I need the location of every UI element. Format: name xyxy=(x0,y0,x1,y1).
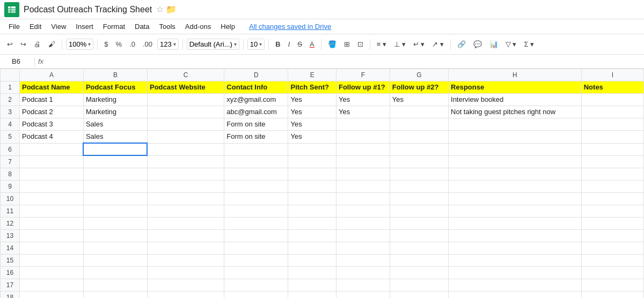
cell-D16[interactable] xyxy=(224,266,288,279)
cell-I13[interactable] xyxy=(581,229,643,242)
cell-H10[interactable] xyxy=(449,192,582,205)
cell-H8[interactable] xyxy=(449,168,582,180)
cell-I18[interactable] xyxy=(581,291,643,298)
cell-D7[interactable] xyxy=(224,155,288,168)
cell-H7[interactable] xyxy=(449,155,582,168)
merge-button[interactable]: ⊡ xyxy=(355,39,366,50)
col-header-B[interactable]: B xyxy=(83,69,147,81)
cell-G14[interactable] xyxy=(390,242,448,254)
cell-B1[interactable]: Podcast Focus xyxy=(83,81,147,94)
cell-D1[interactable]: Contact Info xyxy=(224,81,288,94)
cell-F5[interactable] xyxy=(336,131,390,144)
cell-A18[interactable] xyxy=(20,291,84,298)
borders-button[interactable]: ⊞ xyxy=(341,39,353,50)
cell-A3[interactable]: Podcast 2 xyxy=(20,106,84,118)
cell-I15[interactable] xyxy=(581,254,643,266)
cell-F8[interactable] xyxy=(336,168,390,180)
cell-I8[interactable] xyxy=(581,168,643,180)
cell-C3[interactable] xyxy=(147,106,224,118)
valign-button[interactable]: ⊥ ▾ xyxy=(391,39,408,50)
cell-G10[interactable] xyxy=(390,192,448,205)
cell-D18[interactable] xyxy=(224,291,288,298)
cell-D8[interactable] xyxy=(224,168,288,180)
cell-G2[interactable]: Yes xyxy=(390,94,448,106)
redo-button[interactable]: ↪ xyxy=(18,39,29,50)
font-size-select[interactable]: 10 ▾ xyxy=(247,39,265,50)
cell-C6[interactable] xyxy=(147,143,224,155)
cell-F10[interactable] xyxy=(336,192,390,205)
cell-E8[interactable] xyxy=(288,168,336,180)
underline-button[interactable]: A xyxy=(307,39,317,50)
currency-button[interactable]: $ xyxy=(101,39,111,50)
cell-D6[interactable] xyxy=(224,143,288,155)
cell-C17[interactable] xyxy=(147,279,224,291)
cell-B15[interactable] xyxy=(83,254,147,266)
print-button[interactable]: 🖨 xyxy=(31,39,43,50)
halign-button[interactable]: ≡ ▾ xyxy=(374,39,389,50)
cell-I10[interactable] xyxy=(581,192,643,205)
cell-E3[interactable]: Yes xyxy=(288,106,336,118)
cell-A4[interactable]: Podcast 3 xyxy=(20,118,84,131)
cell-B8[interactable] xyxy=(83,168,147,180)
cell-A16[interactable] xyxy=(20,266,84,279)
cell-H15[interactable] xyxy=(449,254,582,266)
cell-D2[interactable]: xyz@gmail.com xyxy=(224,94,288,106)
cell-I5[interactable] xyxy=(581,131,643,144)
col-header-C[interactable]: C xyxy=(147,69,224,81)
cell-C8[interactable] xyxy=(147,168,224,180)
menu-edit[interactable]: Edit xyxy=(25,21,46,32)
cell-F3[interactable]: Yes xyxy=(336,106,390,118)
cell-E4[interactable]: Yes xyxy=(288,118,336,131)
cell-C2[interactable] xyxy=(147,94,224,106)
cell-H12[interactable] xyxy=(449,217,582,229)
cell-I16[interactable] xyxy=(581,266,643,279)
cell-D4[interactable]: Form on site xyxy=(224,118,288,131)
strikethrough-button[interactable]: S xyxy=(295,39,305,50)
cell-C12[interactable] xyxy=(147,217,224,229)
cell-B16[interactable] xyxy=(83,266,147,279)
col-header-G[interactable]: G xyxy=(390,69,448,81)
cell-A10[interactable] xyxy=(20,192,84,205)
cell-G3[interactable] xyxy=(390,106,448,118)
menu-insert[interactable]: Insert xyxy=(71,21,98,32)
cell-B17[interactable] xyxy=(83,279,147,291)
fill-color-button[interactable]: 🪣 xyxy=(325,39,339,50)
cell-F9[interactable] xyxy=(336,180,390,192)
cell-B3[interactable]: Marketing xyxy=(83,106,147,118)
paint-format-button[interactable]: 🖌 xyxy=(46,39,58,50)
cell-B5[interactable]: Sales xyxy=(83,131,147,144)
cell-E12[interactable] xyxy=(288,217,336,229)
filter-button[interactable]: ▽ ▾ xyxy=(503,39,519,50)
rotate-button[interactable]: ↗ ▾ xyxy=(429,39,447,50)
menu-data[interactable]: Data xyxy=(130,21,153,32)
cell-A9[interactable] xyxy=(20,180,84,192)
cell-A11[interactable] xyxy=(20,205,84,217)
cell-G15[interactable] xyxy=(390,254,448,266)
chart-button[interactable]: 📊 xyxy=(487,39,501,50)
cell-D9[interactable] xyxy=(224,180,288,192)
cell-E10[interactable] xyxy=(288,192,336,205)
cell-C11[interactable] xyxy=(147,205,224,217)
link-button[interactable]: 🔗 xyxy=(455,39,469,50)
col-header-E[interactable]: E xyxy=(288,69,336,81)
cell-B4[interactable]: Sales xyxy=(83,118,147,131)
cell-H17[interactable] xyxy=(449,279,582,291)
cell-D15[interactable] xyxy=(224,254,288,266)
cell-H11[interactable] xyxy=(449,205,582,217)
cell-F13[interactable] xyxy=(336,229,390,242)
menu-file[interactable]: File xyxy=(4,21,24,32)
cell-D5[interactable]: Form on site xyxy=(224,131,288,144)
col-header-D[interactable]: D xyxy=(224,69,288,81)
menu-view[interactable]: View xyxy=(47,21,70,32)
cell-D11[interactable] xyxy=(224,205,288,217)
cell-A12[interactable] xyxy=(20,217,84,229)
cell-G6[interactable] xyxy=(390,143,448,155)
menu-addons[interactable]: Add-ons xyxy=(181,21,215,32)
col-header-I[interactable]: I xyxy=(581,69,643,81)
cell-E1[interactable]: Pitch Sent? xyxy=(288,81,336,94)
cell-C16[interactable] xyxy=(147,266,224,279)
cell-A6[interactable] xyxy=(20,143,84,155)
cell-F4[interactable] xyxy=(336,118,390,131)
zoom-select[interactable]: 100% ▾ xyxy=(66,39,93,50)
cell-B13[interactable] xyxy=(83,229,147,242)
